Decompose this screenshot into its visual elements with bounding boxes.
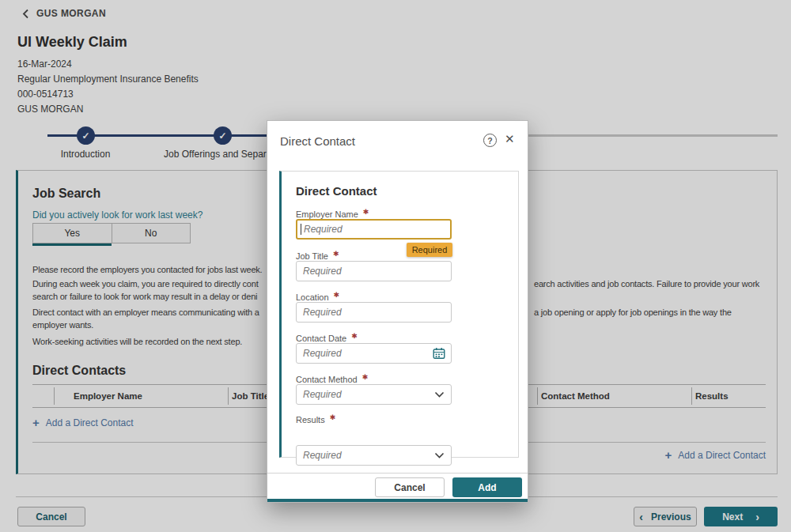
required-asterisk-icon: ✱ bbox=[330, 413, 336, 421]
modal-add-button[interactable]: Add bbox=[452, 477, 522, 497]
chevron-down-icon bbox=[434, 452, 445, 458]
contact-date-field-wrap bbox=[296, 343, 452, 364]
required-tooltip-badge: Required bbox=[407, 243, 452, 257]
modal-title: Direct Contact bbox=[280, 134, 355, 148]
employer-name-label: Employer Name bbox=[296, 209, 358, 219]
location-label: Location bbox=[296, 292, 329, 302]
direct-contact-modal: Direct Contact ? ✕ Direct Contact Employ… bbox=[267, 120, 528, 503]
help-icon[interactable]: ? bbox=[483, 134, 497, 147]
required-asterisk-icon: ✱ bbox=[333, 250, 339, 258]
contact-method-label: Contact Method bbox=[296, 375, 358, 384]
contact-date-label: Contact Date bbox=[296, 334, 346, 343]
employer-name-input[interactable] bbox=[296, 219, 452, 240]
required-asterisk-icon: ✱ bbox=[362, 373, 369, 381]
job-title-label: Job Title bbox=[296, 251, 328, 261]
modal-add-label: Add bbox=[478, 482, 496, 493]
modal-cancel-label: Cancel bbox=[394, 482, 425, 493]
results-label-row: Results✱ bbox=[296, 412, 335, 426]
required-asterisk-icon: ✱ bbox=[363, 208, 369, 216]
required-asterisk-icon: ✱ bbox=[351, 332, 358, 340]
modal-accent-bar bbox=[267, 499, 528, 502]
ui-weekly-claim-page: GUS MORGAN UI Weekly Claim 16-Mar-2024 R… bbox=[0, 0, 791, 532]
calendar-icon[interactable] bbox=[433, 348, 445, 360]
direct-contact-card: Direct Contact Employer Name✱ Required J… bbox=[279, 171, 519, 458]
card-heading: Direct Contact bbox=[296, 184, 377, 198]
contact-method-select[interactable]: Required bbox=[296, 384, 452, 405]
help-glyph: ? bbox=[487, 136, 492, 145]
modal-footer-divider bbox=[267, 473, 528, 474]
employer-name-field-wrap bbox=[296, 219, 452, 240]
close-icon[interactable]: ✕ bbox=[505, 132, 515, 146]
modal-cancel-button[interactable]: Cancel bbox=[375, 477, 445, 497]
results-placeholder: Required bbox=[303, 450, 342, 461]
results-label: Results bbox=[296, 415, 325, 424]
chevron-down-icon bbox=[434, 391, 445, 398]
contact-date-input[interactable] bbox=[296, 343, 452, 364]
job-title-input[interactable] bbox=[296, 261, 452, 281]
required-asterisk-icon: ✱ bbox=[334, 291, 340, 299]
location-input[interactable] bbox=[296, 302, 452, 323]
contact-method-placeholder: Required bbox=[303, 389, 342, 400]
text-caret bbox=[301, 224, 301, 235]
results-select[interactable]: Required bbox=[296, 445, 452, 466]
